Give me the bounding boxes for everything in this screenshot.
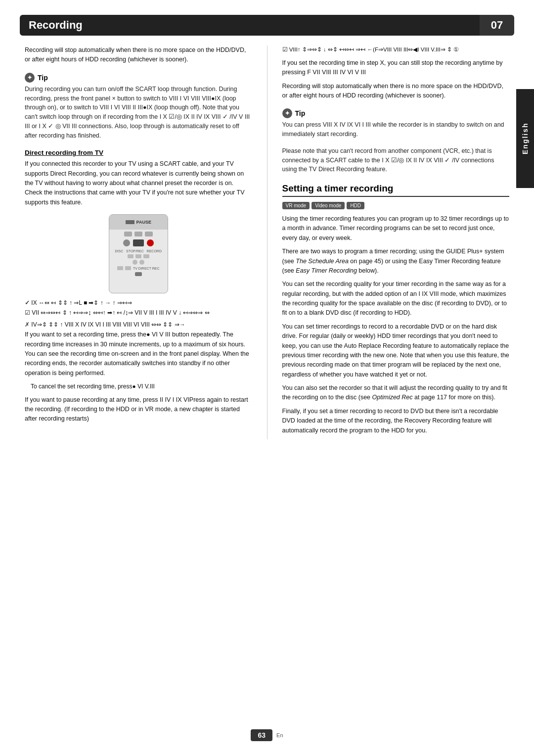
step-x-block: ✗ IV⇒⇕ ⇕⇕ ↑ VIII X IV IX VI I III VIII V… — [25, 320, 252, 424]
pause-text: If you want to pause recording at any ti… — [25, 395, 252, 424]
tip-box-1: ✦ Tip During recording you can turn on/o… — [25, 73, 252, 141]
step-checkmark-1: ✓ — [25, 299, 30, 306]
remote-bottom-icon — [109, 272, 168, 276]
chapter-number: 07 — [480, 15, 514, 36]
timer-para-6: Finally, if you set a timer recording to… — [282, 407, 510, 435]
tip-content-1: During recording you can turn on/off the… — [25, 85, 252, 141]
right-column: ☑ VIII↑ ⇕⇒⇔⇕ ↓ ⇔⇕ ↤⇔↤ ⇒↤ ←(F⇒VIII VIII I… — [282, 46, 510, 439]
page-number: 63 — [251, 729, 272, 741]
remote-small-row-1 — [109, 254, 168, 258]
remote-small-btn-b — [135, 254, 141, 258]
left-column: Recording will stop automatically when t… — [25, 46, 252, 439]
auto-stop-text: Recording will stop automatically when t… — [282, 82, 510, 101]
remote-btn-c — [145, 232, 153, 236]
remote-top-area: PAUSE — [109, 215, 168, 230]
timer-para-1: Using the timer recording features you c… — [282, 214, 510, 243]
remote-tv-direct-label: TV DIRECT REC — [133, 267, 160, 270]
remote-pause-btn — [126, 220, 134, 224]
direct-recording-text: If you connected this recorder to your T… — [25, 159, 252, 207]
tip-header-2: ✦ Tip — [282, 108, 510, 118]
remote-control-image: PAUSE DISC STOP/REC RECORD — [109, 214, 168, 293]
remote-btn-b — [134, 232, 142, 236]
remote-btn-row-1 — [109, 232, 168, 236]
remote-ir-emitter — [135, 272, 142, 276]
direct-recording-heading: Direct recording from TV — [25, 149, 252, 156]
timer-section-title: Setting a timer recording — [282, 183, 510, 197]
remote-square-btn — [133, 239, 144, 246]
remote-record-btn — [147, 239, 154, 246]
chapter-title: Recording — [20, 15, 480, 36]
badge-hdd: HDD — [347, 202, 364, 209]
remote-btn-a — [124, 232, 132, 236]
step3-text: If you want to set a recording time, pre… — [25, 330, 252, 378]
tip-content-2b: Please note that you can't record from a… — [282, 146, 510, 174]
badge-video-mode: Video mode — [312, 202, 345, 209]
remote-circle-small-b — [139, 260, 144, 265]
timer-para-4: You can set timer recordings to record t… — [282, 322, 510, 379]
remote-center-btns — [109, 239, 168, 246]
remote-small-btn-a — [128, 254, 134, 258]
remote-image-container: PAUSE DISC STOP/REC RECORD — [25, 214, 252, 293]
cancel-text: To cancel the set recording time, press●… — [31, 382, 252, 391]
tip-label-1: Tip — [38, 74, 48, 82]
badge-vr-mode: VR mode — [282, 202, 310, 209]
step-x-right-line: ☑ VIII↑ ⇕⇒⇔⇕ ↓ ⇔⇕ ↤⇔↤ ⇒↤ ←(F⇒VIII VIII I… — [282, 46, 510, 54]
tip-content-2a: You can press VIII X IV IX VI I III whil… — [282, 120, 510, 139]
step-line-3: ✗ IV⇒⇕ ⇕⇕ ↑ VIII X IV IX VI I III VIII V… — [25, 320, 252, 329]
page-footer: 63 En — [0, 729, 534, 741]
column-divider — [267, 46, 267, 439]
timer-section: Setting a timer recording VR mode Video … — [282, 183, 510, 435]
remote-small-row-3: TV DIRECT REC — [109, 266, 168, 270]
timer-para-5: You can also set the recorder so that it… — [282, 383, 510, 403]
remote-small-row-2 — [109, 260, 168, 265]
timer-para-3: You can set the recording quality for yo… — [282, 280, 510, 318]
tip-header-1: ✦ Tip — [25, 73, 252, 83]
remote-disc-btn — [123, 239, 130, 246]
tip-box-2: ✦ Tip You can press VIII X IV IX VI I II… — [282, 108, 510, 174]
page-header: Recording 07 — [20, 15, 514, 36]
mode-badges: VR mode Video mode HDD — [282, 202, 510, 209]
timer-para-2: There are two ways to program a timer re… — [282, 247, 510, 276]
remote-small-btn-c — [143, 254, 149, 258]
remote-small-btn-d — [117, 266, 123, 270]
title-text: Recording — [29, 19, 83, 32]
step-line-1: ✓ IX ↔⇔ ↤ ⇕⇕ ↑ ⇒L ■ ➡⇕ ↑ → ↑ ⇒↤⇒ — [25, 298, 252, 307]
chapter-number-text: 07 — [491, 19, 503, 31]
english-sidebar-label: English — [516, 89, 534, 188]
main-content: Recording will stop automatically when t… — [25, 46, 509, 439]
step-x-right-text: If you set the recording time in step X,… — [282, 58, 510, 78]
step-line-2: ☑ VII ⇔⇒⇔↤ ⇕ ↑ ↤⇒⇒↨ ⇔↤↑ ➡↑ ↤ /↨⇒ VII V I… — [25, 308, 252, 317]
remote-small-btn-e — [125, 266, 131, 270]
remote-circle-small-a — [133, 260, 137, 265]
step-x-mark: ✗ — [25, 321, 30, 328]
tip-icon-2: ✦ — [282, 108, 292, 118]
footer-lang: En — [276, 732, 283, 738]
remote-btn-labels: DISC STOP/REC RECORD — [109, 249, 168, 253]
tip-label-2: Tip — [295, 109, 306, 117]
intro-text: Recording will stop automatically when t… — [25, 46, 252, 65]
tip-icon-1: ✦ — [25, 73, 35, 83]
